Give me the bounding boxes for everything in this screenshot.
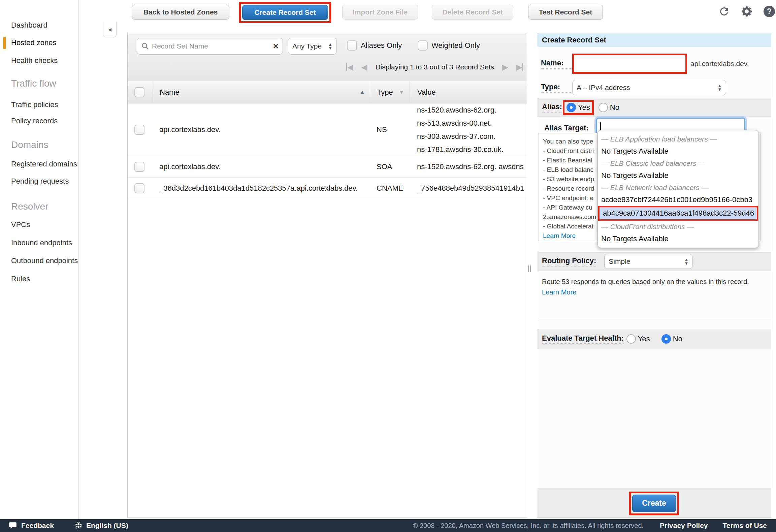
back-to-hosted-zones-button[interactable]: Back to Hosted Zones [132,5,229,20]
select-all-checkbox[interactable] [134,87,144,97]
dropdown-option[interactable]: No Targets Available [598,145,758,157]
annotation-box-selected-target: ab4c9ca071304416aa6ca1f498ad3c22-59d46 [598,206,758,221]
record-set-search[interactable]: × [137,38,283,55]
sidebar-item-outbound-endpoints[interactable]: Outbound endpoints [11,256,78,265]
value-column-header: Value [410,81,527,103]
help-icon[interactable]: ? [763,5,776,18]
routing-policy-select[interactable]: Simple ▲▼ [604,254,693,269]
table-row[interactable]: api.cortexlabs.dev. NS ns-1520.awsdns-62… [128,103,527,156]
create-button[interactable]: Create [632,495,676,512]
evaluate-target-health-row: Evaluate Target Health: Yes No [537,329,771,349]
refresh-icon[interactable] [717,5,731,18]
weighted-only-label: Weighted Only [431,41,480,50]
dropdown-group: — ELB Application load balancers — [598,133,758,145]
dropdown-group: — CloudFront distributions — [598,221,758,233]
routing-description-text: Route 53 responds to queries based only … [542,278,749,285]
record-name: _36d3d2cebd161b403da1d5182c25357a.api.co… [159,184,358,193]
sidebar-collapse-button[interactable]: ◂ [103,22,117,37]
name-column-header[interactable]: Name ▲ [153,81,370,103]
sort-ascending-icon[interactable]: ▲ [359,89,365,96]
type-filter-caret-icon[interactable]: ▼ [399,89,404,95]
record-values: _756e488eb49d52938541914b1 [417,184,524,193]
next-page-icon[interactable]: ▶ [502,63,508,72]
type-filter-value: Any Type [292,42,322,50]
dropdown-option[interactable]: acdee837cbf724426b1c001ed9b95166-0cbb3 [598,194,758,206]
routing-policy-description: Route 53 responds to queries based only … [542,277,763,298]
learn-more-link[interactable]: Learn More [542,288,576,296]
sidebar-item-dashboard[interactable]: Dashboard [11,21,47,30]
type-filter-select[interactable]: Any Type ▲▼ [288,38,337,55]
evaluate-target-health-label: Evaluate Target Health: [542,334,624,344]
type-column-header[interactable]: Type ▼ [370,81,410,103]
console-footer: Feedback English (US) © 2008 - 2020, Ama… [0,519,776,532]
table-row[interactable]: _36d3d2cebd161b403da1d5182c25357a.api.co… [128,178,527,199]
name-column-label: Name [160,88,180,97]
row-checkbox[interactable] [134,162,144,172]
sidebar-item-registered-domains[interactable]: Registered domains [11,160,77,168]
sidebar-section-traffic-flow: Traffic flow [11,78,56,89]
feedback-icon [8,521,17,530]
previous-page-icon[interactable]: ◀ [361,63,367,72]
sidebar-item-hosted-zones[interactable]: Hosted zones [11,38,57,47]
name-input[interactable] [574,55,685,72]
dropdown-group: — ELB Network load balancers — [598,182,758,194]
record-values: ns-1520.awsdns-62.org. ns-513.awsdns-00.… [417,103,504,156]
sidebar-section-domains: Domains [11,139,48,150]
search-icon [141,42,149,50]
sidebar-item-policy-records[interactable]: Policy records [11,117,58,125]
eth-yes-radio[interactable] [626,334,636,344]
stepper-icon: ▲▼ [325,42,332,50]
sidebar-item-inbound-endpoints[interactable]: Inbound endpoints [11,239,72,247]
feedback-link[interactable]: Feedback [21,522,54,530]
gear-icon[interactable] [740,5,753,18]
dropdown-option[interactable]: No Targets Available [598,233,758,245]
first-page-icon[interactable]: ◀ [346,63,353,72]
type-select[interactable]: A – IPv4 address ▲▼ [572,80,726,95]
globe-icon [74,521,83,530]
sidebar-item-pending-requests[interactable]: Pending requests [11,177,69,186]
alias-yes-radio[interactable] [567,103,576,112]
dropdown-option-highlighted[interactable]: ab4c9ca071304416aa6ca1f498ad3c22-59d46 [600,207,757,219]
create-record-set-button[interactable]: Create Record Set [242,5,328,20]
alias-field-row: Alias: Yes No [537,98,771,117]
search-input[interactable] [152,42,273,50]
type-label: Type: [541,83,572,93]
alias-target-label: Alias Target: [544,124,589,134]
sidebar-item-traffic-policies[interactable]: Traffic policies [11,100,58,109]
eth-no-radio[interactable] [661,334,671,344]
test-record-set-button[interactable]: Test Record Set [528,5,603,20]
route53-console: Dashboard Hosted zones Health checks Tra… [0,0,776,532]
table-header: Name ▲ Type ▼ Value [128,81,527,103]
terms-of-use-link[interactable]: Terms of Use [723,522,767,530]
row-checkbox[interactable] [134,183,144,193]
language-selector[interactable]: English (US) [86,522,128,530]
row-checkbox[interactable] [134,125,144,135]
sidebar-item-rules[interactable]: Rules [11,275,30,283]
privacy-policy-link[interactable]: Privacy Policy [660,522,708,530]
sidebar-item-vpcs[interactable]: VPCs [11,220,30,229]
annotation-box-create-record-set: Create Record Set [239,2,331,23]
collapse-left-icon: ◂ [108,25,111,33]
section-divider [537,319,771,319]
aliases-only-checkbox[interactable] [347,40,357,51]
dropdown-option[interactable]: No Targets Available [598,169,758,182]
aliases-only-filter: Aliases Only [347,40,402,51]
pagination-status: Displaying 1 to 3 out of 3 Record Sets [375,63,494,71]
routing-policy-label: Routing Policy: [542,256,596,267]
last-page-icon[interactable]: ▶ [516,63,523,72]
delete-record-set-button[interactable]: Delete Record Set [432,5,513,20]
record-values: ns-1520.awsdns-62.org. awsdns [417,162,524,171]
create-record-set-panel: Create Record Set Name: api.cortexlabs.d… [537,33,771,518]
panel-resize-handle[interactable] [528,265,532,272]
weighted-only-filter: Weighted Only [418,40,480,51]
import-zone-file-button[interactable]: Import Zone File [342,5,418,20]
toolbar-icons: ? [717,5,776,18]
alias-no-radio[interactable] [599,103,608,112]
type-select-value: A – IPv4 address [577,84,630,92]
table-row[interactable]: api.cortexlabs.dev. SOA ns-1520.awsdns-6… [128,156,527,178]
record-name: api.cortexlabs.dev. [159,125,221,134]
weighted-only-checkbox[interactable] [418,40,428,51]
sidebar-item-health-checks[interactable]: Health checks [11,56,58,65]
alias-no-label: No [610,103,619,112]
clear-search-icon[interactable]: × [273,41,279,51]
